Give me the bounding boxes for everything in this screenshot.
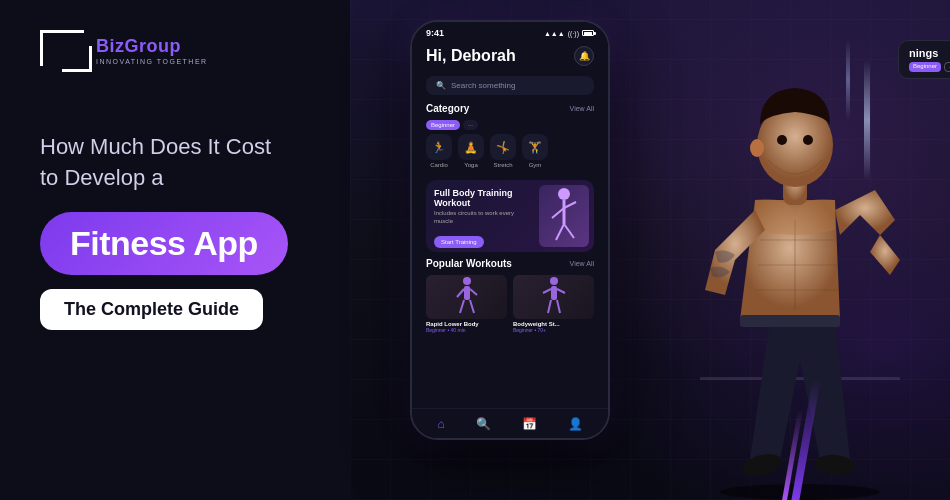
workout-1-tag: Beginner • 40 min	[426, 327, 507, 333]
workout-2[interactable]: Bodyweight St... Beginner • 70+	[513, 275, 594, 333]
svg-line-9	[470, 289, 477, 295]
svg-line-14	[543, 289, 551, 293]
svg-point-0	[558, 188, 570, 200]
yoga-label: Yoga	[464, 162, 477, 168]
category-title: Category	[426, 103, 469, 114]
workout-thumbnails: Rapid Lower Body Beginner • 40 min	[426, 275, 594, 333]
svg-point-29	[750, 139, 764, 157]
svg-point-27	[777, 135, 787, 145]
guide-badge: The Complete Guide	[40, 289, 263, 330]
app-header: Hi, Deborah 🔔	[412, 38, 608, 72]
workout-1-image	[426, 275, 507, 319]
filter-beginner[interactable]: Beginner	[426, 120, 460, 130]
category-cardio[interactable]: 🏃 Cardio	[426, 134, 452, 168]
cardio-label: Cardio	[430, 162, 448, 168]
yoga-icon: 🧘	[458, 134, 484, 160]
logo: BizGroup INNOVATING TOGETHER	[40, 30, 340, 72]
filter-other: ···	[463, 120, 478, 130]
svg-point-12	[550, 277, 558, 285]
logo-bracket-inner	[62, 46, 92, 72]
featured-title: Full Body Training Workout	[434, 188, 526, 208]
svg-line-15	[557, 289, 565, 293]
wifi-icon: ((·))	[568, 30, 579, 37]
search-icon: 🔍	[436, 81, 446, 90]
category-yoga[interactable]: 🧘 Yoga	[458, 134, 484, 168]
training-overlay-text: nings	[909, 47, 950, 59]
stretch-label: Stretch	[493, 162, 512, 168]
search-bar[interactable]: 🔍 Search something	[426, 76, 594, 95]
gym-icon: 🏋	[522, 134, 548, 160]
svg-line-10	[460, 300, 464, 313]
svg-rect-30	[740, 315, 840, 327]
athlete-svg	[640, 20, 940, 500]
logo-text-group: BizGroup INNOVATING TOGETHER	[96, 37, 208, 66]
filter-pills: Beginner ···	[426, 120, 594, 130]
exercise-figure-svg	[544, 186, 584, 246]
svg-line-2	[552, 208, 564, 218]
logo-name: BizGroup	[96, 37, 208, 57]
popular-section: Popular Workouts View All	[412, 258, 608, 333]
notification-bell[interactable]: 🔔	[574, 46, 594, 66]
signal-icon: ▲▲▲	[544, 30, 565, 37]
headline: How Much Does It Cost to Develop a	[40, 132, 340, 194]
beginner-pill[interactable]: Beginner	[909, 62, 941, 72]
right-section: 9:41 ▲▲▲ ((·)) Hi, Deborah 🔔	[380, 0, 950, 500]
svg-line-17	[557, 300, 560, 313]
nav-search[interactable]: 🔍	[476, 417, 491, 431]
fitness-app-text: Fitness App	[70, 224, 258, 262]
status-bar: 9:41 ▲▲▲ ((·))	[412, 22, 608, 38]
workout-1-figure	[452, 275, 482, 319]
start-training-button[interactable]: Start Training	[434, 236, 484, 248]
left-section: BizGroup INNOVATING TOGETHER How Much Do…	[0, 0, 380, 500]
svg-line-8	[457, 289, 464, 297]
featured-workout-card: Full Body Training Workout Includes circ…	[426, 180, 594, 252]
other-pill: ···	[944, 62, 950, 72]
category-icons: 🏃 Cardio 🧘 Yoga 🤸 Stretch 🏋	[426, 134, 594, 168]
stretch-icon: 🤸	[490, 134, 516, 160]
logo-box	[40, 30, 92, 72]
category-stretch[interactable]: 🤸 Stretch	[490, 134, 516, 168]
headline-line2: to Develop a	[40, 163, 340, 194]
training-overlay: nings Beginner ···	[898, 40, 950, 79]
search-placeholder-text: Search something	[451, 81, 515, 90]
svg-line-3	[564, 202, 576, 208]
svg-rect-13	[551, 286, 557, 300]
svg-point-6	[463, 277, 471, 285]
logo-tagline: INNOVATING TOGETHER	[96, 58, 208, 65]
popular-title: Popular Workouts	[426, 258, 512, 269]
featured-image	[539, 185, 589, 247]
svg-line-4	[556, 224, 564, 240]
bottom-nav: ⌂ 🔍 📅 👤	[412, 408, 608, 438]
status-icons: ▲▲▲ ((·))	[544, 30, 594, 37]
nav-profile[interactable]: 👤	[568, 417, 583, 431]
svg-line-16	[548, 300, 551, 313]
greeting-text: Hi, Deborah	[426, 47, 516, 65]
workout-2-image	[513, 275, 594, 319]
category-section: Category View All Beginner ··· 🏃 Cardio	[412, 99, 608, 180]
guide-text: The Complete Guide	[64, 299, 239, 319]
phone-screen: 9:41 ▲▲▲ ((·)) Hi, Deborah 🔔	[412, 22, 608, 438]
svg-line-5	[564, 224, 574, 238]
workout-2-tag: Beginner • 70+	[513, 327, 594, 333]
status-time: 9:41	[426, 28, 444, 38]
training-filter-pills: Beginner ···	[909, 62, 950, 72]
gym-label: Gym	[529, 162, 542, 168]
nav-calendar[interactable]: 📅	[522, 417, 537, 431]
cardio-icon: 🏃	[426, 134, 452, 160]
category-gym[interactable]: 🏋 Gym	[522, 134, 548, 168]
workout-1[interactable]: Rapid Lower Body Beginner • 40 min	[426, 275, 507, 333]
athlete-figure	[620, 20, 950, 500]
featured-subtitle: Includes circuits to work every muscle	[434, 210, 526, 226]
popular-header: Popular Workouts View All	[426, 258, 594, 269]
popular-view-all[interactable]: View All	[570, 260, 594, 267]
svg-rect-7	[464, 286, 470, 300]
fitness-app-badge: Fitness App	[40, 212, 288, 275]
logo-biz: Biz	[96, 36, 125, 56]
svg-line-11	[470, 300, 474, 313]
view-all-link[interactable]: View All	[570, 105, 594, 112]
headline-line1: How Much Does It Cost	[40, 134, 271, 159]
battery-icon	[582, 30, 594, 36]
svg-point-28	[803, 135, 813, 145]
nav-home[interactable]: ⌂	[437, 417, 444, 431]
category-header: Category View All	[426, 103, 594, 114]
